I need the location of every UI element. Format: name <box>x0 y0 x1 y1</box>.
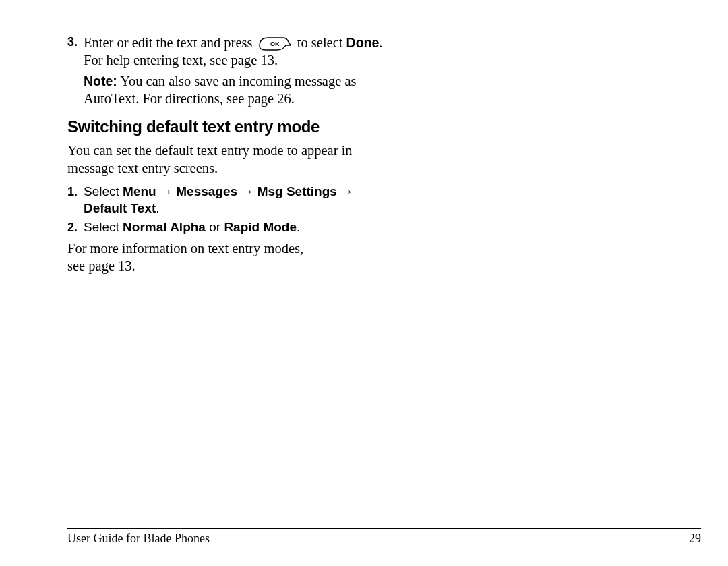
note-label: Note: <box>84 74 117 88</box>
page: 3. Enter or edit the text and press OK t… <box>0 0 728 566</box>
text: Enter or edit the text and press <box>84 35 256 50</box>
step-1-body: Select Menu → Messages → Msg Settings → … <box>84 183 391 217</box>
text: For more information on text entry modes… <box>67 241 303 256</box>
outro-paragraph: For more information on text entry modes… <box>67 239 391 275</box>
footer-title: User Guide for Blade Phones <box>67 532 210 546</box>
arrow: → <box>237 184 257 198</box>
text: . <box>156 201 159 215</box>
rapid-mode-label: Rapid Mode <box>224 220 297 234</box>
done-label: Done <box>346 35 380 50</box>
ok-key-icon: OK <box>259 36 291 51</box>
step-3: 3. Enter or edit the text and press OK t… <box>67 34 391 69</box>
text: or <box>206 220 224 234</box>
normal-alpha-label: Normal Alpha <box>123 220 206 234</box>
default-text-label: Default Text <box>84 201 156 215</box>
ok-key-label: OK <box>270 40 280 47</box>
note-block: Note: You can also save an incoming mess… <box>67 72 391 107</box>
text: to select <box>297 35 346 50</box>
menu-label: Menu <box>123 184 156 198</box>
step-2-body: Select Normal Alpha or Rapid Mode. <box>84 219 391 235</box>
section-heading: Switching default text entry mode <box>67 117 391 138</box>
intro-paragraph: You can set the default text entry mode … <box>67 142 391 177</box>
step-1: 1. Select Menu → Messages → Msg Settings… <box>67 183 391 217</box>
note-text: You can also save an incoming message as… <box>84 74 357 106</box>
msg-settings-label: Msg Settings <box>257 184 337 198</box>
content-column: 3. Enter or edit the text and press OK t… <box>67 34 391 275</box>
text: Select <box>84 184 123 198</box>
arrow: → <box>156 184 177 198</box>
text: see page 13. <box>67 258 135 273</box>
text: . <box>297 220 300 234</box>
messages-label: Messages <box>176 184 237 198</box>
list-marker: 3. <box>67 34 84 50</box>
step-3-body: Enter or edit the text and press OK to s… <box>84 34 391 69</box>
footer-rule <box>67 528 701 529</box>
list-marker: 2. <box>67 219 84 235</box>
arrow-trail: → <box>337 184 353 198</box>
text: Select <box>84 220 123 234</box>
list-marker: 1. <box>67 183 84 200</box>
step-2: 2. Select Normal Alpha or Rapid Mode. <box>67 219 391 235</box>
page-number: 29 <box>689 532 701 546</box>
